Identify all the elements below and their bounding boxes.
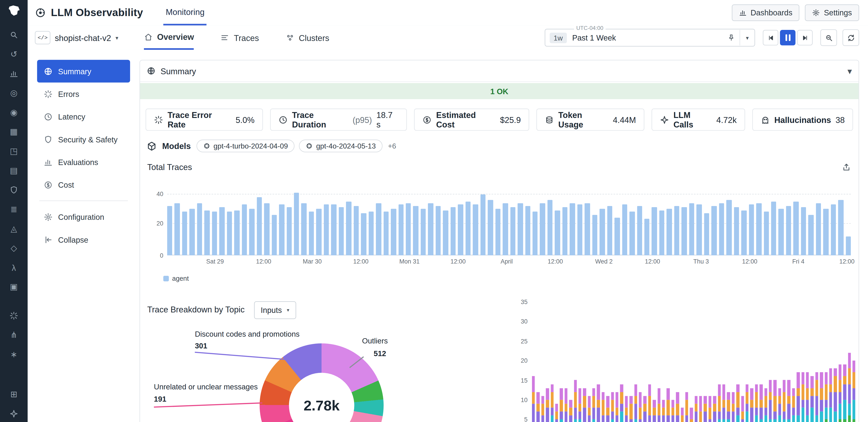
metric-chip-trace-duration[interactable]: Trace Duration(p95)18.7 s <box>270 109 407 131</box>
stacked-bar-segment <box>588 396 591 408</box>
bar <box>652 207 657 255</box>
rail-item-serverless[interactable]: λ <box>6 260 21 275</box>
stacked-bar-segment <box>727 412 730 420</box>
tab-monitoring[interactable]: Monitoring <box>164 0 207 26</box>
rail-item-containers[interactable]: ▣ <box>6 280 21 294</box>
stacked-bar <box>727 392 730 422</box>
stacked-bar-segment <box>852 388 855 400</box>
rail-item-synthetics[interactable]: ◇ <box>6 241 21 255</box>
rail-item-network[interactable]: ▤ <box>6 163 21 178</box>
stacked-bar-segment <box>713 412 716 422</box>
sidebar-item-label: Summary <box>58 67 91 76</box>
rail-item-bits-ai[interactable] <box>6 406 21 421</box>
zoom-out-button[interactable] <box>820 29 837 46</box>
stacked-bar-segment <box>569 400 572 408</box>
time-skip-forward-button[interactable] <box>797 30 812 45</box>
stacked-bar-segment <box>736 408 739 416</box>
stacked-bar <box>541 396 544 422</box>
metric-chip-token-usage[interactable]: Token Usage4.44M <box>536 109 644 131</box>
sidebar-item-evaluations[interactable]: Evaluations <box>37 151 130 173</box>
stacked-bar-segment <box>736 416 739 422</box>
rail-item-service-management[interactable]: ∗ <box>6 347 21 362</box>
metric-label: Estimated Cost <box>436 110 496 129</box>
rail-item-workflows[interactable]: ⋔ <box>6 328 21 342</box>
sidebar-item-summary[interactable]: Summary <box>37 60 130 82</box>
rail-item-watchdog[interactable]: ◉ <box>6 105 21 120</box>
tab-traces[interactable]: Traces <box>221 26 259 50</box>
metric-label: Trace Error Rate <box>168 110 231 129</box>
sidebar-item-configuration[interactable]: Configuration <box>37 206 130 228</box>
rail-item-error-tracking[interactable] <box>6 308 21 323</box>
metric-chip-llm-calls[interactable]: LLM Calls4.72k <box>651 109 745 131</box>
stacked-bar <box>634 384 637 422</box>
pin-icon[interactable] <box>727 34 735 41</box>
rail-item-infrastructure[interactable]: ▦ <box>6 124 21 139</box>
stacked-bar-segment <box>778 396 781 404</box>
rail-item-monitors[interactable]: ◎ <box>6 86 21 100</box>
cost-icon <box>44 180 53 189</box>
rail-item-integrations[interactable]: ⊞ <box>6 387 21 402</box>
topic-stacked-bar-chart[interactable]: 3530252015105 <box>516 298 855 422</box>
sidebar-item-collapse[interactable]: Collapse <box>37 228 130 251</box>
stacked-bar <box>852 361 855 422</box>
stacked-bar-segment <box>639 419 642 422</box>
time-range-dropdown-caret[interactable]: ▾ <box>740 35 755 41</box>
rail-item-ci[interactable]: ◬ <box>6 222 21 236</box>
time-pause-button[interactable] <box>780 30 795 45</box>
stacked-bar-segment <box>839 404 841 419</box>
topic-donut-chart[interactable]: 2.78k <box>259 343 383 422</box>
sidebar-item-cost[interactable]: Cost <box>37 174 130 196</box>
metric-chip-hallucinations[interactable]: Hallucinations38 <box>752 109 853 131</box>
rail-item-apm[interactable]: ◳ <box>6 144 21 158</box>
stacked-bar-segment <box>560 419 563 422</box>
bar <box>749 205 754 255</box>
stacked-bar <box>644 396 647 422</box>
rail-item-logs[interactable]: ≣ <box>6 202 21 217</box>
service-management-icon: ∗ <box>10 350 18 360</box>
scope-selector[interactable]: </> shopist-chat-v2 ▾ <box>35 31 118 44</box>
bar <box>383 212 389 255</box>
stacked-bar <box>588 396 591 422</box>
app-title: LLM Observability <box>51 6 143 19</box>
stacked-bar-segment <box>741 412 744 420</box>
evaluations-icon <box>44 157 53 167</box>
trace-error-rate-icon <box>154 115 163 124</box>
bottom-charts: Trace Breakdown by Topic Inputs ▾ 2.78k … <box>140 295 859 422</box>
tab-overview[interactable]: Overview <box>144 26 194 50</box>
tab-clusters[interactable]: Clusters <box>285 26 329 50</box>
models-more[interactable]: +6 <box>388 142 396 150</box>
collapse-chevron-icon[interactable]: ▾ <box>847 66 852 76</box>
total-traces-chart: Total Traces 40200 Sat 2912:00Mar 3012:0… <box>140 158 859 282</box>
rail-item-search[interactable] <box>6 28 21 42</box>
metric-chip-trace-error-rate[interactable]: Trace Error Rate5.0% <box>146 109 263 131</box>
legend-agent[interactable]: agent <box>163 275 859 282</box>
time-skip-back-button[interactable] <box>763 30 778 45</box>
stacked-bar-segment <box>848 368 851 384</box>
refresh-button[interactable] <box>842 29 859 46</box>
rail-item-recent[interactable]: ↺ <box>6 47 21 62</box>
model-chip-gpt-4-turbo-2024-04-09[interactable]: gpt-4-turbo-2024-04-09 <box>196 140 294 152</box>
rail-item-security[interactable] <box>6 183 21 197</box>
sidebar-item-security-safety[interactable]: Security & Safety <box>37 128 130 151</box>
callout-line <box>154 402 262 408</box>
stacked-bar <box>681 408 684 422</box>
datadog-logo[interactable] <box>4 3 23 18</box>
rail-item-metrics[interactable] <box>6 66 21 81</box>
stacked-bar-segment <box>564 412 567 422</box>
export-icon[interactable] <box>842 162 851 171</box>
breakdown-input-select[interactable]: Inputs ▾ <box>254 301 296 319</box>
bar <box>368 212 374 255</box>
stacked-bar-segment <box>727 392 730 400</box>
stacked-bar-segment <box>644 404 647 412</box>
metric-chip-estimated-cost[interactable]: Estimated Cost$25.9 <box>414 109 529 131</box>
stacked-bar-segment <box>802 408 804 422</box>
time-range-picker[interactable]: UTC-04:00 1w Past 1 Week ▾ <box>545 29 755 47</box>
model-chip-gpt-4o-2024-05-13[interactable]: gpt-4o-2024-05-13 <box>299 140 382 152</box>
bar <box>764 212 769 255</box>
stacked-bar-segment <box>606 416 609 422</box>
sidebar-item-latency[interactable]: Latency <box>37 105 130 128</box>
sidebar-item-errors[interactable]: Errors <box>37 83 130 105</box>
dashboards-button[interactable]: Dashboards <box>732 4 800 21</box>
stacked-bar-segment <box>764 396 767 408</box>
settings-button[interactable]: Settings <box>805 4 859 21</box>
